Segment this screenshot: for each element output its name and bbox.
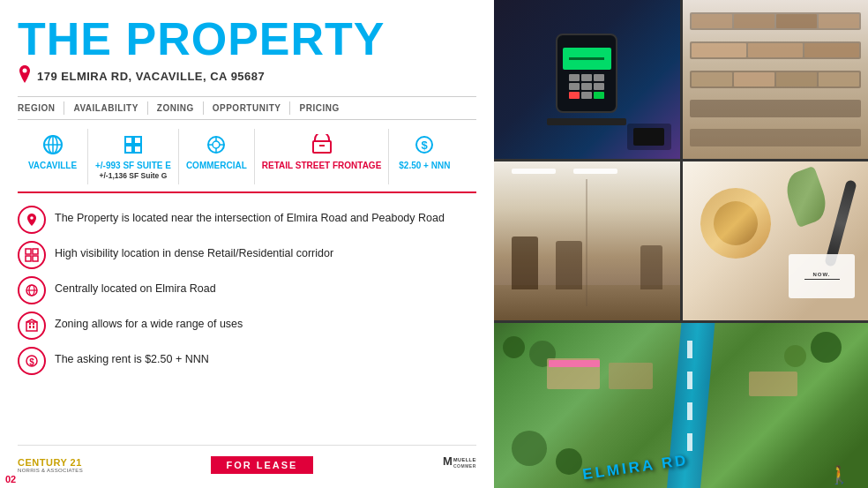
price-icon: $ xyxy=(412,132,437,157)
svg-rect-15 xyxy=(313,141,331,153)
map-icon xyxy=(18,206,46,234)
bullet-3-text: Centrally located on Elmira Road xyxy=(55,276,216,297)
page-number: 02 xyxy=(5,474,16,484)
nav-opportunity[interactable]: OPPORTUNITY xyxy=(204,101,291,115)
c21-logo: CENTURY 21 NORRIS & ASSOCIATES xyxy=(18,457,83,473)
svg-rect-22 xyxy=(26,256,31,261)
svg-rect-7 xyxy=(125,146,132,153)
svg-text:MUELLER: MUELLER xyxy=(453,457,476,462)
address-text: 179 ELMIRA RD, VACAVILLE, CA 95687 xyxy=(37,70,265,83)
svg-text:$: $ xyxy=(422,139,429,152)
card-zoning-label: COMMERCIAL xyxy=(186,161,247,171)
retail-icon xyxy=(310,132,334,157)
card-region-label: VACAVILLE xyxy=(28,161,77,171)
zoning-icon xyxy=(204,132,228,157)
svg-rect-31 xyxy=(33,323,34,325)
walker-icon: 🚶 xyxy=(828,464,850,485)
svg-rect-23 xyxy=(33,256,38,261)
svg-text:M: M xyxy=(443,454,453,468)
main-container: THE PROPERTY 179 ELMIRA RD, VACAVILLE, C… xyxy=(0,0,868,488)
card-region: VACAVILLE xyxy=(18,129,88,184)
svg-rect-27 xyxy=(26,322,37,331)
for-lease-badge: FOR LEASE xyxy=(211,456,314,474)
bullet-5-text: The asking rent is $2.50 + NNN xyxy=(55,347,209,368)
location-icon xyxy=(41,132,65,157)
mueller-logo: M MUELLER COMMERCIAL xyxy=(441,453,476,477)
bullet-3: Centrally located on Elmira Road xyxy=(18,276,476,304)
svg-rect-20 xyxy=(26,249,31,254)
svg-rect-30 xyxy=(29,323,31,325)
svg-rect-29 xyxy=(33,326,34,328)
bullet-5: $ The asking rent is $2.50 + NNN xyxy=(18,347,476,375)
card-pricing: $ $2.50 + NNN xyxy=(389,129,460,184)
photo-grid: NOW. xyxy=(494,0,868,488)
nav-zoning[interactable]: ZONING xyxy=(148,101,204,115)
svg-point-10 xyxy=(213,141,220,148)
svg-rect-5 xyxy=(125,137,132,144)
photo-spa-items: NOW. xyxy=(683,161,869,320)
pin-icon xyxy=(18,65,32,87)
bullet-2-text: High visibility location in dense Retail… xyxy=(55,241,333,262)
c21-sub: NORRIS & ASSOCIATES xyxy=(18,468,83,473)
photo-store-shelves xyxy=(683,0,869,159)
card-availability-label: +/-993 SF Suite E xyxy=(95,161,171,171)
c21-text: CENTURY 21 xyxy=(18,457,82,468)
nav-region[interactable]: REGION xyxy=(18,101,64,115)
svg-rect-21 xyxy=(33,249,38,254)
svg-text:COMMERCIAL: COMMERCIAL xyxy=(453,463,476,469)
svg-point-0 xyxy=(23,69,27,73)
globe-icon xyxy=(18,276,46,304)
card-opportunity: RETAIL STREET FRONTAGE xyxy=(255,129,390,184)
card-pricing-label: $2.50 + NNN xyxy=(399,161,450,171)
photo-barbershop xyxy=(494,161,680,320)
svg-text:$: $ xyxy=(29,357,34,367)
svg-rect-28 xyxy=(29,326,31,328)
bullets-section: The Property is located near the interse… xyxy=(18,206,476,445)
card-availability: +/-993 SF Suite E +/-1,136 SF Suite G xyxy=(88,129,179,184)
bullet-1: The Property is located near the interse… xyxy=(18,206,476,234)
address-row: 179 ELMIRA RD, VACAVILLE, CA 95687 xyxy=(18,65,476,87)
photo-payment-terminal xyxy=(494,0,680,159)
svg-rect-6 xyxy=(134,137,141,144)
footer: CENTURY 21 NORRIS & ASSOCIATES FOR LEASE… xyxy=(18,445,476,477)
card-opportunity-label: RETAIL STREET FRONTAGE xyxy=(262,161,382,171)
bullet-4: Zoning allows for a wide range of uses xyxy=(18,312,476,340)
svg-rect-8 xyxy=(134,146,141,153)
building-icon xyxy=(18,312,46,340)
nav-pricing[interactable]: PRICING xyxy=(290,101,348,115)
bullet-1-text: The Property is located near the interse… xyxy=(55,206,445,227)
bullet-4-text: Zoning allows for a wide range of uses xyxy=(55,312,243,333)
info-cards: VACAVILLE +/-993 SF Suite E +/-1,136 SF … xyxy=(18,129,476,193)
bullet-2: High visibility location in dense Retail… xyxy=(18,241,476,269)
svg-point-19 xyxy=(30,216,34,220)
sf-icon xyxy=(121,132,146,157)
property-title: THE PROPERTY xyxy=(18,16,476,62)
dollar-icon: $ xyxy=(18,347,46,375)
card-zoning: COMMERCIAL xyxy=(179,129,255,184)
grid-icon xyxy=(18,241,46,269)
card-availability-sub: +/-1,136 SF Suite G xyxy=(100,171,168,181)
nav-bar: REGION AVAILABILITY ZONING OPPORTUNITY P… xyxy=(18,96,476,120)
nav-availability[interactable]: AVAILABILITY xyxy=(64,101,147,115)
left-panel: THE PROPERTY 179 ELMIRA RD, VACAVILLE, C… xyxy=(0,0,494,488)
photo-aerial: ELMIRA RD 🚶 xyxy=(494,323,868,488)
